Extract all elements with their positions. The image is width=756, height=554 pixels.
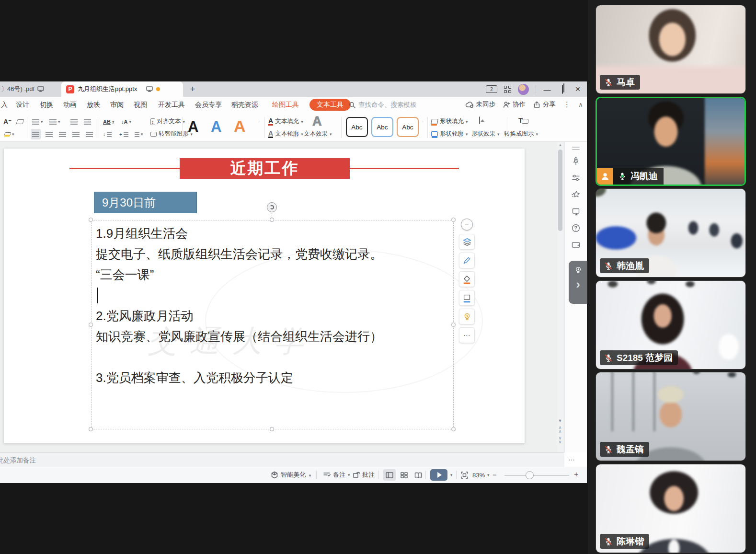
selection-handle[interactable]	[270, 427, 274, 431]
zoom-slider-track[interactable]	[504, 475, 569, 476]
smart-suggest-button[interactable]	[459, 309, 475, 324]
slide-sorter-view-button[interactable]	[398, 469, 410, 481]
increase-indent-button[interactable]	[82, 116, 92, 127]
menu-item-animation[interactable]: 动画	[63, 101, 77, 109]
menu-item-view[interactable]: 视图	[134, 101, 147, 109]
workspace-grid-icon[interactable]	[504, 86, 511, 93]
zoom-out-button[interactable]: −	[493, 471, 497, 479]
align-center-button[interactable]	[44, 129, 54, 139]
shape-fill-button[interactable]: 形状填充▾	[431, 117, 468, 126]
text-fill-button[interactable]: A文本填充▾	[268, 117, 303, 126]
participant-tile[interactable]: 韩渔胤	[596, 188, 746, 277]
character-border-button[interactable]: AB▾	[102, 116, 115, 127]
text-preset-orange[interactable]: A	[234, 117, 246, 136]
menu-item-review[interactable]: 审阅	[110, 101, 124, 109]
align-right-button[interactable]	[57, 129, 68, 139]
wordart-style-black[interactable]: Abc	[346, 117, 368, 137]
zoom-slider-thumb[interactable]	[526, 471, 534, 479]
previous-slide-button[interactable]: ∧∧	[559, 426, 562, 433]
play-slideshow-button[interactable]	[430, 469, 447, 481]
bullet-list-button[interactable]: ▾	[31, 116, 45, 127]
slide-canvas[interactable]: 交通大学 近期工作 9月30日前 1.9月组织生活会	[4, 149, 525, 443]
selection-handle[interactable]	[270, 218, 274, 222]
participant-tile[interactable]: 陈琳锴	[596, 464, 746, 553]
tab-pdf-document[interactable]: 〕46号) .pdf	[0, 81, 48, 97]
scroll-down-arrow[interactable]: ▼	[558, 419, 562, 423]
next-slide-button[interactable]: ∨∨	[559, 436, 562, 444]
text-preset-blue[interactable]: A	[211, 118, 221, 136]
participant-tile[interactable]: 魏孟镐	[596, 372, 746, 461]
notes-bar[interactable]: 此处添加备注	[0, 452, 564, 467]
shape-effect-button[interactable]: 形状效果▾	[471, 130, 500, 138]
wordart-style-orange[interactable]: Abc	[397, 117, 419, 137]
share-button[interactable]: 分享	[533, 100, 556, 109]
distribute-button[interactable]	[84, 129, 94, 139]
selection-handle[interactable]	[451, 218, 456, 222]
assistant-collapsed-panel[interactable]: ›	[569, 261, 587, 304]
format-brush-button[interactable]	[459, 253, 475, 268]
date-label-box[interactable]: 9月30日前	[94, 192, 197, 213]
smart-graphic-button[interactable]: 转智能图形▾	[150, 130, 193, 138]
comments-button[interactable]: 批注	[353, 467, 375, 483]
sidebar-drag-handle[interactable]	[572, 147, 580, 150]
convert-diagram-button[interactable]: 转换成图示▾	[504, 130, 538, 138]
user-avatar[interactable]	[518, 84, 529, 95]
collapse-mini-toolbar-button[interactable]: −	[461, 219, 473, 231]
line-spacing-button[interactable]: ↕	[102, 129, 113, 139]
selection-handle[interactable]	[89, 218, 93, 222]
menu-item-slideshow[interactable]: 放映	[87, 101, 100, 109]
menu-item-devtools[interactable]: 开发工具	[158, 101, 185, 109]
notes-toggle-button[interactable]: 备注 ▾	[323, 467, 350, 483]
quick-tools-rocket-icon[interactable]	[570, 155, 582, 167]
spacing-options-button[interactable]: ▾	[133, 129, 145, 139]
reading-view-button[interactable]	[412, 469, 424, 481]
border-color-button[interactable]	[459, 290, 475, 306]
highlight-pen-button[interactable]: ▾	[3, 129, 16, 139]
help-icon[interactable]	[570, 222, 582, 234]
decrease-indent-button[interactable]	[69, 116, 79, 127]
scroll-up-arrow[interactable]: ▲	[557, 143, 563, 147]
clear-format-icon[interactable]	[15, 116, 25, 127]
close-button[interactable]: ×	[573, 84, 582, 94]
paragraph-spacing-button[interactable]: +	[118, 129, 130, 139]
shape-outline-button[interactable]: 形状轮廓▾	[431, 130, 468, 138]
more-menu-button[interactable]: ⋮	[563, 100, 571, 109]
participant-tile[interactable]: 马卓	[596, 5, 746, 94]
decrease-font-button[interactable]: A⁻	[2, 116, 13, 127]
monitor-icon[interactable]	[146, 86, 153, 92]
rotation-handle[interactable]	[267, 202, 277, 212]
menu-item-text-tools-active[interactable]: 文本工具	[309, 99, 351, 111]
effects-star-icon[interactable]	[570, 189, 582, 200]
more-options-button[interactable]: ⋯	[459, 327, 475, 343]
zoom-level[interactable]: 83% ▾	[472, 467, 490, 483]
notes-more-button[interactable]: ⋯	[568, 456, 576, 463]
scrollbar-thumb[interactable]	[558, 150, 562, 231]
loop-playback-icon[interactable]	[570, 206, 582, 217]
minimize-button[interactable]: —	[543, 85, 551, 93]
smart-beautify-button[interactable]: 智能美化 ▲	[271, 467, 312, 483]
sync-status[interactable]: 未同步	[465, 100, 496, 109]
wordart-gallery-expander[interactable]: =	[422, 119, 424, 124]
fit-slide-button[interactable]	[461, 467, 468, 483]
restore-button[interactable]	[558, 85, 567, 93]
participant-tile[interactable]: S2185 范梦园	[596, 280, 746, 369]
selection-handle[interactable]	[451, 323, 456, 327]
align-text-button[interactable]: ↕对齐文本▾	[150, 117, 185, 126]
zoom-in-button[interactable]: +	[574, 470, 578, 479]
menu-item-docer[interactable]: 稻壳资源	[231, 101, 258, 109]
menu-item-transition[interactable]: 切换	[40, 101, 53, 109]
play-options-caret[interactable]: ▾	[450, 473, 453, 477]
text-preset-black[interactable]: A	[188, 118, 198, 136]
selection-handle[interactable]	[89, 323, 93, 327]
selection-handle[interactable]	[451, 427, 456, 431]
textbox-content[interactable]: 1.9月组织生活会 提交电子、纸质版组织生活会记录，党费收缴记录。 “三会一课”…	[96, 223, 441, 388]
slide-title[interactable]: 近期工作	[180, 158, 350, 179]
menu-item-drawing-tools[interactable]: 绘图工具	[272, 101, 299, 109]
command-search[interactable]: 查找命令、搜索模板	[349, 101, 417, 109]
new-tab-button[interactable]: +	[187, 83, 198, 95]
normal-view-button[interactable]	[383, 469, 396, 481]
resource-hot-icon[interactable]	[570, 239, 582, 251]
participant-tile-active-speaker[interactable]: 冯凯迪	[596, 97, 746, 186]
menu-item-insert-partial[interactable]: 入	[1, 101, 8, 109]
text-direction-button[interactable]: ↓A▾	[120, 116, 133, 127]
